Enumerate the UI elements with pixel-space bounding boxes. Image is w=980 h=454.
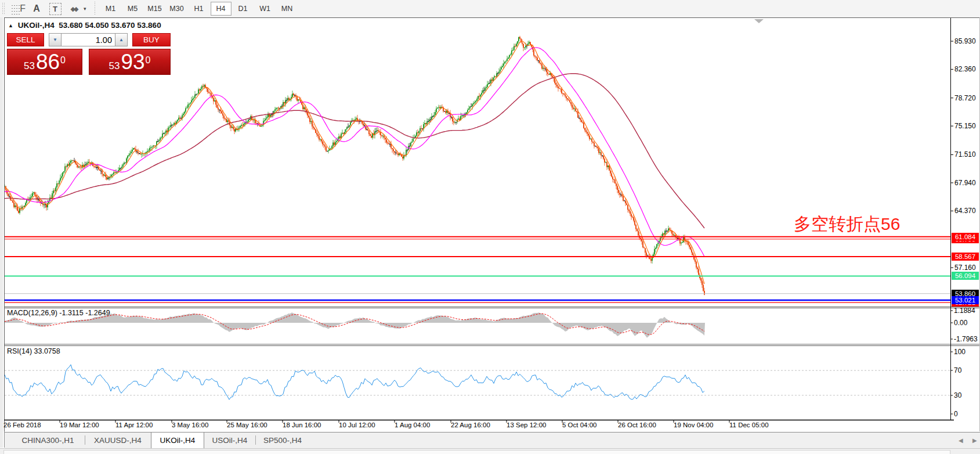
time-axis-label: 18 Jun 16:00 (283, 421, 321, 428)
price-level-badge-56.094: 56.094 (952, 272, 979, 280)
price-level-badge-61.084: 61.084 (952, 233, 979, 241)
time-axis-label: 22 Aug 16:00 (451, 421, 490, 428)
tab-separator (255, 435, 256, 445)
price-tick-85.930: 85.930 (954, 37, 976, 45)
one-click-trade-panel: SELL ▼ ▲ BUY 53 86 0 53 93 0 (7, 33, 171, 75)
time-axis-label: 10 Jul 12:00 (339, 421, 375, 428)
tabs-scroll-left-icon[interactable]: ◀ (959, 437, 963, 444)
buy-price-button[interactable]: 53 93 0 (89, 49, 171, 75)
chart-ohlc: 53.680 54.050 53.670 53.860 (59, 21, 161, 30)
chart-shift-marker-icon (754, 19, 764, 23)
macd-axis-0.00: 0.00 (954, 319, 967, 327)
price-tick-64.370: 64.370 (954, 207, 976, 215)
price-tick-57.160: 57.160 (954, 264, 976, 272)
trading-terminal: F A T ◆◆ ▾ M1M5M15M30H1H4D1W1MN ▲ UKOil-… (0, 0, 980, 454)
chart-tab-bar: CHINA300-,H1XAUUSD-,H4UKOil-,H4USOil-,H4… (5, 432, 980, 449)
tab-separator (85, 435, 85, 445)
time-axis-label: 5 Oct 04:00 (562, 421, 596, 428)
price-tick-67.940: 67.940 (954, 179, 976, 187)
sell-price-big: 86 (36, 52, 60, 72)
time-axis-label: 25 May 16:00 (227, 421, 267, 428)
chart-tab-sp500h4[interactable]: SP500-,H4 (256, 433, 309, 448)
sell-price-sup: 0 (60, 49, 66, 71)
chart-tab-usoilh4[interactable]: USOil-,H4 (204, 433, 255, 448)
chart-symbol-period: UKOil-,H4 (18, 21, 55, 30)
time-axis-label: 26 Oct 16:00 (618, 421, 656, 428)
time-axis-label: 13 Sep 12:00 (507, 421, 546, 428)
macd-axis-1.1884: 1.1884 (954, 307, 975, 315)
buy-price-big: 93 (121, 52, 144, 72)
chart-header: ▲ UKOil-,H4 53.680 54.050 53.670 53.860 (8, 21, 161, 30)
volume-input[interactable] (62, 33, 115, 46)
chart-annotation-text: 多空转折点56 (794, 212, 900, 236)
tabs-scroll-right-icon[interactable]: ▶ (972, 437, 977, 444)
macd-axis--1.7963: -1.7963 (954, 335, 978, 343)
macd-label: MACD(12,26,9) -1.3115 -1.2649 (7, 309, 110, 317)
volume-decrease-button[interactable]: ▼ (49, 33, 62, 46)
time-axis-label: 3 May 16:00 (172, 421, 208, 428)
scrollbar-groove (3, 450, 950, 454)
sell-button[interactable]: SELL (7, 33, 44, 46)
time-axis-label: 26 Feb 2018 (3, 421, 41, 428)
chart-tab-ukoilh4[interactable]: UKOil-,H4 (151, 433, 204, 449)
volume-increase-button[interactable]: ▲ (115, 33, 128, 46)
rsi-axis-100: 100 (954, 348, 965, 356)
rsi-line (5, 365, 704, 399)
price-level-badge-58.567: 58.567 (952, 253, 979, 261)
rsi-axis-70: 70 (954, 366, 961, 374)
chart-tab-xauusdh4[interactable]: XAUUSD-,H4 (86, 433, 150, 448)
ma-mid-line (5, 48, 704, 257)
price-level-badge-53.021: 53.021 (952, 296, 979, 304)
time-axis-label: 19 Mar 12:00 (60, 421, 99, 428)
buy-button[interactable]: BUY (132, 33, 171, 46)
ma-slow-line (5, 74, 704, 228)
price-tick-71.510: 71.510 (954, 150, 976, 158)
horizontal-scrollbar[interactable] (0, 448, 980, 454)
buy-price-sup: 0 (146, 49, 151, 71)
time-axis-label: 19 Nov 04:00 (674, 421, 713, 428)
sell-price-button[interactable]: 53 86 0 (7, 49, 82, 75)
buy-price-small: 53 (109, 60, 120, 72)
time-axis-label: 1 Aug 04:00 (395, 421, 430, 428)
price-tick-78.720: 78.720 (954, 94, 976, 102)
sell-price-small: 53 (24, 60, 35, 72)
ma-fast-line (5, 41, 704, 284)
rsi-axis-0: 0 (954, 410, 958, 418)
time-axis-label: 11 Apr 12:00 (115, 421, 153, 428)
chart-tab-china300h1[interactable]: CHINA300-,H1 (12, 433, 84, 448)
rsi-label: RSI(14) 33.0758 (7, 347, 60, 355)
rsi-axis-30: 30 (954, 391, 961, 399)
price-tick-82.360: 82.360 (954, 65, 976, 73)
collapse-triangle-icon[interactable]: ▲ (8, 23, 13, 28)
price-tick-75.150: 75.150 (954, 122, 976, 130)
time-axis-label: 11 Dec 05:00 (729, 421, 769, 428)
